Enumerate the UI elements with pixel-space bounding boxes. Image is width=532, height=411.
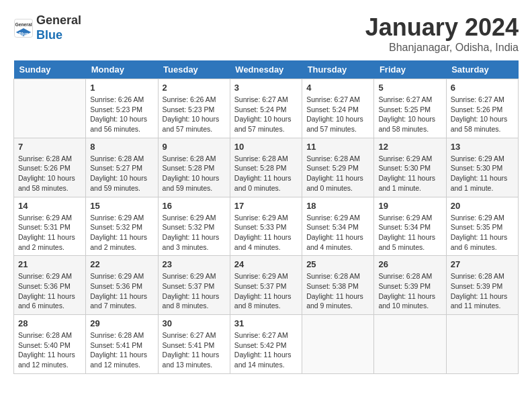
- day-info: Sunrise: 6:28 AM Sunset: 5:26 PM Dayligh…: [18, 154, 81, 193]
- calendar-cell: [374, 315, 446, 374]
- calendar-cell: 21Sunrise: 6:29 AM Sunset: 5:36 PM Dayli…: [14, 256, 86, 315]
- calendar-cell: 9Sunrise: 6:28 AM Sunset: 5:28 PM Daylig…: [158, 138, 230, 197]
- calendar-cell: 10Sunrise: 6:28 AM Sunset: 5:28 PM Dayli…: [230, 138, 302, 197]
- day-info: Sunrise: 6:28 AM Sunset: 5:41 PM Dayligh…: [90, 330, 153, 370]
- day-number: 7: [18, 142, 81, 152]
- calendar-cell: [14, 79, 86, 138]
- calendar-cell: 31Sunrise: 6:27 AM Sunset: 5:42 PM Dayli…: [230, 315, 302, 374]
- day-number: 24: [234, 259, 298, 269]
- logo: General Blue General Blue: [13, 13, 81, 42]
- calendar-cell: 22Sunrise: 6:29 AM Sunset: 5:36 PM Dayli…: [86, 256, 158, 315]
- calendar-cell: [302, 315, 374, 374]
- day-number: 20: [451, 201, 514, 211]
- calendar-cell: 14Sunrise: 6:29 AM Sunset: 5:31 PM Dayli…: [14, 197, 86, 256]
- day-info: Sunrise: 6:29 AM Sunset: 5:30 PM Dayligh…: [451, 154, 514, 193]
- day-info: Sunrise: 6:29 AM Sunset: 5:36 PM Dayligh…: [18, 271, 81, 311]
- day-number: 23: [163, 259, 226, 269]
- day-number: 8: [90, 142, 153, 152]
- week-row-2: 7Sunrise: 6:28 AM Sunset: 5:26 PM Daylig…: [14, 138, 519, 197]
- calendar-cell: 17Sunrise: 6:29 AM Sunset: 5:33 PM Dayli…: [230, 197, 302, 256]
- calendar-cell: 28Sunrise: 6:28 AM Sunset: 5:40 PM Dayli…: [14, 315, 86, 374]
- calendar-cell: 18Sunrise: 6:29 AM Sunset: 5:34 PM Dayli…: [302, 197, 374, 256]
- day-number: 27: [451, 259, 514, 269]
- column-header-wednesday: Wednesday: [230, 60, 302, 79]
- day-number: 12: [378, 142, 441, 152]
- location: Bhanjanagar, Odisha, India: [365, 42, 519, 54]
- column-header-friday: Friday: [374, 60, 446, 79]
- day-info: Sunrise: 6:27 AM Sunset: 5:24 PM Dayligh…: [306, 95, 369, 134]
- calendar-table: SundayMondayTuesdayWednesdayThursdayFrid…: [13, 60, 519, 374]
- day-info: Sunrise: 6:27 AM Sunset: 5:24 PM Dayligh…: [234, 95, 298, 134]
- day-info: Sunrise: 6:27 AM Sunset: 5:42 PM Dayligh…: [234, 330, 298, 370]
- calendar-cell: 7Sunrise: 6:28 AM Sunset: 5:26 PM Daylig…: [14, 138, 86, 197]
- column-header-monday: Monday: [86, 60, 158, 79]
- day-info: Sunrise: 6:28 AM Sunset: 5:40 PM Dayligh…: [18, 330, 81, 370]
- day-number: 13: [451, 142, 514, 152]
- day-number: 16: [163, 201, 226, 211]
- calendar-cell: 23Sunrise: 6:29 AM Sunset: 5:37 PM Dayli…: [158, 256, 230, 315]
- day-info: Sunrise: 6:27 AM Sunset: 5:26 PM Dayligh…: [451, 95, 514, 134]
- day-number: 21: [18, 259, 81, 269]
- calendar-cell: 1Sunrise: 6:26 AM Sunset: 5:23 PM Daylig…: [86, 79, 158, 138]
- calendar-cell: 27Sunrise: 6:28 AM Sunset: 5:39 PM Dayli…: [446, 256, 518, 315]
- header-row: SundayMondayTuesdayWednesdayThursdayFrid…: [14, 60, 519, 79]
- day-info: Sunrise: 6:29 AM Sunset: 5:30 PM Dayligh…: [378, 154, 441, 193]
- calendar-cell: 2Sunrise: 6:26 AM Sunset: 5:23 PM Daylig…: [158, 79, 230, 138]
- calendar-cell: 16Sunrise: 6:29 AM Sunset: 5:32 PM Dayli…: [158, 197, 230, 256]
- day-number: 22: [90, 259, 153, 269]
- calendar-cell: 30Sunrise: 6:27 AM Sunset: 5:41 PM Dayli…: [158, 315, 230, 374]
- day-number: 25: [306, 259, 369, 269]
- day-number: 14: [18, 201, 81, 211]
- week-row-4: 21Sunrise: 6:29 AM Sunset: 5:36 PM Dayli…: [14, 256, 519, 315]
- week-row-3: 14Sunrise: 6:29 AM Sunset: 5:31 PM Dayli…: [14, 197, 519, 256]
- day-info: Sunrise: 6:29 AM Sunset: 5:31 PM Dayligh…: [18, 213, 81, 253]
- calendar-cell: 15Sunrise: 6:29 AM Sunset: 5:32 PM Dayli…: [86, 197, 158, 256]
- calendar-cell: 3Sunrise: 6:27 AM Sunset: 5:24 PM Daylig…: [230, 79, 302, 138]
- calendar-cell: [446, 315, 518, 374]
- calendar-cell: 19Sunrise: 6:29 AM Sunset: 5:34 PM Dayli…: [374, 197, 446, 256]
- day-number: 30: [163, 318, 226, 328]
- day-number: 31: [234, 318, 298, 328]
- day-info: Sunrise: 6:29 AM Sunset: 5:33 PM Dayligh…: [234, 213, 298, 253]
- day-info: Sunrise: 6:27 AM Sunset: 5:41 PM Dayligh…: [163, 330, 226, 370]
- day-number: 26: [378, 259, 441, 269]
- calendar-cell: 4Sunrise: 6:27 AM Sunset: 5:24 PM Daylig…: [302, 79, 374, 138]
- month-title: January 2024: [365, 13, 519, 42]
- day-number: 2: [163, 83, 226, 93]
- column-header-tuesday: Tuesday: [158, 60, 230, 79]
- svg-text:General: General: [15, 22, 32, 27]
- day-number: 11: [306, 142, 369, 152]
- calendar-cell: 8Sunrise: 6:28 AM Sunset: 5:27 PM Daylig…: [86, 138, 158, 197]
- day-info: Sunrise: 6:29 AM Sunset: 5:37 PM Dayligh…: [163, 271, 226, 311]
- calendar-cell: 26Sunrise: 6:28 AM Sunset: 5:39 PM Dayli…: [374, 256, 446, 315]
- calendar-cell: 5Sunrise: 6:27 AM Sunset: 5:25 PM Daylig…: [374, 79, 446, 138]
- day-info: Sunrise: 6:28 AM Sunset: 5:28 PM Dayligh…: [163, 154, 226, 193]
- day-info: Sunrise: 6:28 AM Sunset: 5:28 PM Dayligh…: [234, 154, 298, 193]
- day-number: 5: [378, 83, 441, 93]
- day-number: 3: [234, 83, 298, 93]
- day-number: 1: [90, 83, 153, 93]
- day-info: Sunrise: 6:29 AM Sunset: 5:32 PM Dayligh…: [163, 213, 226, 253]
- week-row-1: 1Sunrise: 6:26 AM Sunset: 5:23 PM Daylig…: [14, 79, 519, 138]
- day-number: 9: [163, 142, 226, 152]
- day-number: 17: [234, 201, 298, 211]
- calendar-cell: 11Sunrise: 6:28 AM Sunset: 5:29 PM Dayli…: [302, 138, 374, 197]
- day-info: Sunrise: 6:28 AM Sunset: 5:29 PM Dayligh…: [306, 154, 369, 193]
- day-number: 15: [90, 201, 153, 211]
- logo-icon: General Blue: [13, 18, 34, 38]
- column-header-sunday: Sunday: [14, 60, 86, 79]
- day-info: Sunrise: 6:28 AM Sunset: 5:38 PM Dayligh…: [306, 271, 369, 311]
- day-number: 29: [90, 318, 153, 328]
- day-info: Sunrise: 6:29 AM Sunset: 5:34 PM Dayligh…: [378, 213, 441, 253]
- calendar-cell: 13Sunrise: 6:29 AM Sunset: 5:30 PM Dayli…: [446, 138, 518, 197]
- day-number: 18: [306, 201, 369, 211]
- column-header-saturday: Saturday: [446, 60, 518, 79]
- day-number: 28: [18, 318, 81, 328]
- day-info: Sunrise: 6:27 AM Sunset: 5:25 PM Dayligh…: [378, 95, 441, 134]
- day-info: Sunrise: 6:28 AM Sunset: 5:27 PM Dayligh…: [90, 154, 153, 193]
- calendar-cell: 12Sunrise: 6:29 AM Sunset: 5:30 PM Dayli…: [374, 138, 446, 197]
- day-info: Sunrise: 6:29 AM Sunset: 5:34 PM Dayligh…: [306, 213, 369, 253]
- page-header: General Blue General Blue January 2024 B…: [13, 13, 519, 54]
- day-number: 10: [234, 142, 298, 152]
- day-info: Sunrise: 6:29 AM Sunset: 5:37 PM Dayligh…: [234, 271, 298, 311]
